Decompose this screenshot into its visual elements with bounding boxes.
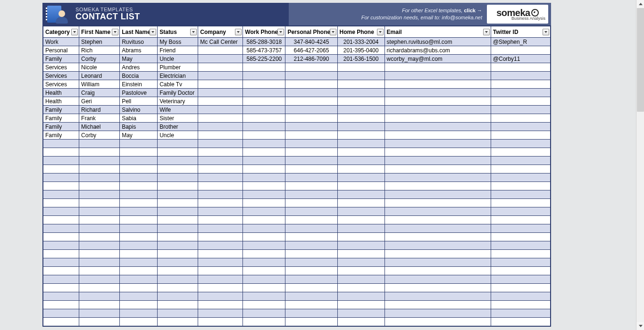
cell-first_name[interactable]: Nicole xyxy=(79,63,120,72)
cell-category[interactable]: Family xyxy=(43,106,79,114)
cell-company[interactable] xyxy=(198,114,243,123)
cell-category[interactable] xyxy=(43,148,79,157)
cell-home_phone[interactable] xyxy=(337,258,385,267)
cell-email[interactable] xyxy=(385,216,491,224)
cell-twitter[interactable] xyxy=(491,182,550,190)
cell-email[interactable] xyxy=(385,63,491,72)
cell-first_name[interactable] xyxy=(79,301,120,309)
cell-first_name[interactable] xyxy=(79,267,120,275)
cell-home_phone[interactable] xyxy=(337,131,385,140)
cell-home_phone[interactable] xyxy=(337,140,385,148)
cell-personal_phone[interactable]: 347-840-4245 xyxy=(285,38,337,46)
filter-dropdown-icon[interactable] xyxy=(330,29,336,35)
cell-category[interactable]: Family xyxy=(43,123,79,131)
table-row[interactable]: FamilyCorbyMayUncle xyxy=(43,131,551,140)
table-row[interactable] xyxy=(43,173,551,182)
cell-category[interactable] xyxy=(43,284,79,292)
table-row[interactable] xyxy=(43,318,551,326)
cell-company[interactable] xyxy=(198,63,243,72)
column-header-twitter[interactable]: Twitter ID xyxy=(491,26,550,38)
cell-twitter[interactable] xyxy=(491,114,550,123)
column-header-company[interactable]: Company xyxy=(198,26,243,38)
table-row[interactable] xyxy=(43,216,551,224)
cell-home_phone[interactable] xyxy=(337,190,385,199)
cell-email[interactable] xyxy=(385,207,491,216)
table-row[interactable]: ServicesWilliamEinsteinCable Tv xyxy=(43,80,551,89)
column-header-category[interactable]: Category xyxy=(43,26,79,38)
cell-status[interactable] xyxy=(158,190,198,199)
cell-category[interactable] xyxy=(43,140,79,148)
filter-dropdown-icon[interactable] xyxy=(377,29,384,35)
cell-company[interactable] xyxy=(198,250,243,258)
column-header-last_name[interactable]: Last Name xyxy=(120,26,158,38)
cell-twitter[interactable] xyxy=(491,284,550,292)
filter-dropdown-icon[interactable] xyxy=(112,29,118,35)
cell-status[interactable] xyxy=(158,318,198,326)
cell-twitter[interactable] xyxy=(491,216,550,224)
cell-last_name[interactable] xyxy=(120,207,158,216)
cell-personal_phone[interactable] xyxy=(285,258,337,267)
table-row[interactable]: ServicesLeonardBocciaElectrician xyxy=(43,72,551,80)
cell-email[interactable]: wcorby_may@ml.com xyxy=(385,55,491,63)
scroll-thumb[interactable] xyxy=(637,8,644,112)
cell-personal_phone[interactable] xyxy=(285,250,337,258)
cell-home_phone[interactable] xyxy=(337,224,385,233)
filter-dropdown-icon[interactable] xyxy=(235,29,242,35)
cell-company[interactable] xyxy=(198,258,243,267)
table-row[interactable]: HealthGeriPellVeterinary xyxy=(43,97,551,106)
cell-status[interactable] xyxy=(158,309,198,318)
table-row[interactable] xyxy=(43,199,551,207)
cell-personal_phone[interactable] xyxy=(285,284,337,292)
cell-first_name[interactable]: Frank xyxy=(79,114,120,123)
cell-work_phone[interactable]: 585-473-3757 xyxy=(243,46,285,55)
cell-twitter[interactable] xyxy=(491,80,550,89)
cell-company[interactable] xyxy=(198,292,243,301)
cell-personal_phone[interactable] xyxy=(285,72,337,80)
table-row[interactable]: WorkStephenRuvitusoMy BossMc Call Center… xyxy=(43,38,551,46)
scroll-up-arrow[interactable] xyxy=(636,0,644,8)
cell-work_phone[interactable] xyxy=(243,309,285,318)
column-header-personal_phone[interactable]: Personal Phone xyxy=(285,26,337,38)
cell-category[interactable]: Services xyxy=(43,63,79,72)
cell-category[interactable] xyxy=(43,301,79,309)
cell-twitter[interactable] xyxy=(491,131,550,140)
cell-category[interactable] xyxy=(43,224,79,233)
table-row[interactable]: FamilyFrankSabiaSister xyxy=(43,114,551,123)
cell-last_name[interactable] xyxy=(120,173,158,182)
cell-work_phone[interactable] xyxy=(243,114,285,123)
cell-last_name[interactable]: Andres xyxy=(120,63,158,72)
cell-category[interactable] xyxy=(43,309,79,318)
cell-email[interactable] xyxy=(385,292,491,301)
cell-home_phone[interactable] xyxy=(337,309,385,318)
cell-personal_phone[interactable] xyxy=(285,216,337,224)
cell-category[interactable]: Family xyxy=(43,55,79,63)
cell-home_phone[interactable] xyxy=(337,97,385,106)
cell-last_name[interactable]: May xyxy=(120,55,158,63)
cell-twitter[interactable] xyxy=(491,309,550,318)
filter-dropdown-icon[interactable] xyxy=(543,29,549,35)
cell-email[interactable] xyxy=(385,258,491,267)
cell-personal_phone[interactable] xyxy=(285,190,337,199)
cell-first_name[interactable] xyxy=(79,199,120,207)
cell-personal_phone[interactable] xyxy=(285,224,337,233)
cell-category[interactable]: Services xyxy=(43,80,79,89)
cell-last_name[interactable]: Sabia xyxy=(120,114,158,123)
table-row[interactable] xyxy=(43,157,551,165)
cell-twitter[interactable] xyxy=(491,148,550,157)
cell-first_name[interactable] xyxy=(79,309,120,318)
cell-last_name[interactable] xyxy=(120,182,158,190)
cell-email[interactable] xyxy=(385,267,491,275)
table-row[interactable] xyxy=(43,182,551,190)
cell-personal_phone[interactable] xyxy=(285,165,337,173)
cell-work_phone[interactable] xyxy=(243,72,285,80)
cell-twitter[interactable] xyxy=(491,63,550,72)
cell-home_phone[interactable] xyxy=(337,63,385,72)
cell-twitter[interactable] xyxy=(491,165,550,173)
cell-category[interactable] xyxy=(43,241,79,250)
cell-company[interactable] xyxy=(198,148,243,157)
cell-personal_phone[interactable] xyxy=(285,233,337,241)
table-row[interactable] xyxy=(43,241,551,250)
cell-email[interactable] xyxy=(385,182,491,190)
cell-email[interactable] xyxy=(385,199,491,207)
cell-twitter[interactable] xyxy=(491,267,550,275)
